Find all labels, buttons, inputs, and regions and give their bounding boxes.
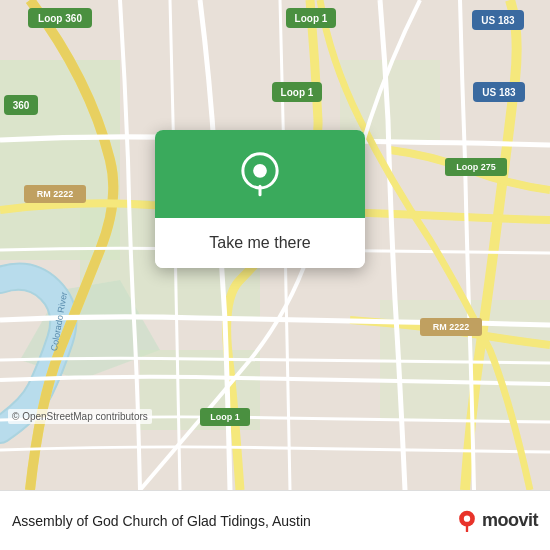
moovit-logo: moovit	[456, 510, 538, 532]
svg-point-32	[253, 164, 267, 178]
location-name: Assembly of God Church of Glad Tidings, …	[12, 513, 448, 529]
bottom-bar: Assembly of God Church of Glad Tidings, …	[0, 490, 550, 550]
popup-card: Take me there	[155, 130, 365, 268]
svg-point-34	[464, 515, 470, 521]
map-container: Loop 360 Loop 1 US 183 360 Loop 1 US 183…	[0, 0, 550, 490]
location-pin-icon	[236, 152, 284, 200]
svg-text:US 183: US 183	[481, 15, 515, 26]
svg-text:Loop 1: Loop 1	[210, 412, 240, 422]
svg-text:US 183: US 183	[482, 87, 516, 98]
svg-text:Loop 275: Loop 275	[456, 162, 496, 172]
take-me-there-button[interactable]: Take me there	[155, 218, 365, 268]
svg-text:Loop 360: Loop 360	[38, 13, 82, 24]
svg-text:RM 2222: RM 2222	[37, 189, 74, 199]
svg-text:RM 2222: RM 2222	[433, 322, 470, 332]
svg-text:Loop 1: Loop 1	[281, 87, 314, 98]
copyright-text: © OpenStreetMap contributors	[8, 409, 152, 424]
moovit-text: moovit	[482, 510, 538, 531]
popup-green-area	[155, 130, 365, 218]
svg-text:360: 360	[13, 100, 30, 111]
svg-text:Loop 1: Loop 1	[295, 13, 328, 24]
moovit-pin-icon	[456, 510, 478, 532]
